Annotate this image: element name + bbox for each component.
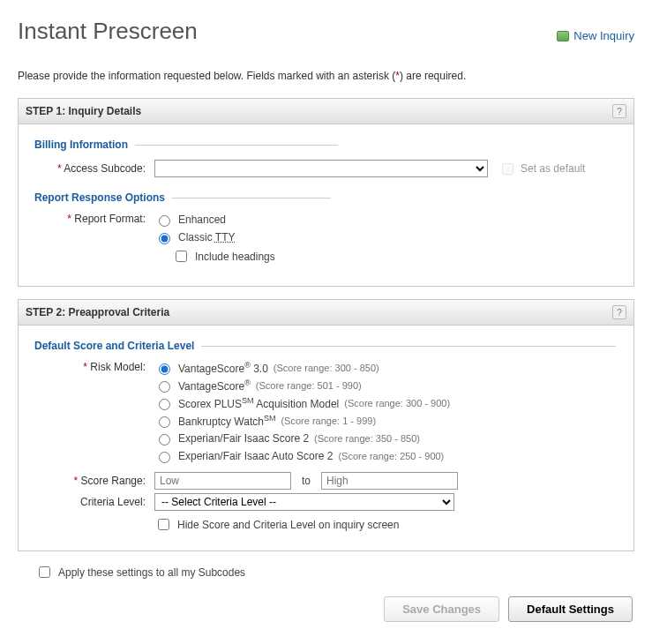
billing-legend: Billing Information (34, 139, 618, 151)
risk-model-name: VantageScore® 3.0 (178, 361, 268, 375)
risk-model-name: Experian/Fair Isaac Score 2 (178, 432, 309, 445)
risk-model-option[interactable]: VantageScore® 3.0 (Score range: 300 - 85… (154, 361, 450, 375)
default-settings-button[interactable]: Default Settings (508, 596, 633, 622)
to-label: to (302, 475, 311, 487)
new-inquiry-link[interactable]: New Inquiry (557, 29, 634, 42)
score-low-input[interactable] (154, 472, 291, 490)
classic-tty-option[interactable]: Classic TTY (154, 230, 275, 244)
step-2-header: STEP 2: Preapproval Criteria ? (19, 300, 633, 326)
report-format-label: * Report Format: (34, 213, 149, 225)
risk-model-name: VantageScore® (178, 378, 251, 393)
risk-model-option[interactable]: Experian/Fair Isaac Score 2 (Score range… (154, 431, 450, 446)
include-headings-option[interactable]: Include headings (172, 248, 275, 265)
set-default-option: Set as default (498, 161, 585, 177)
enhanced-radio[interactable] (159, 215, 170, 227)
classic-tty-radio[interactable] (159, 233, 170, 244)
step-1-panel: STEP 1: Inquiry Details ? Billing Inform… (18, 98, 634, 287)
default-score-legend: Default Score and Criteria Level (34, 340, 618, 352)
risk-model-range: (Score range: 300 - 850) (274, 363, 379, 373)
risk-model-range: (Score range: 1 - 999) (281, 416, 376, 426)
score-high-input[interactable] (321, 472, 458, 490)
step-2-panel: STEP 2: Preapproval Criteria ? Default S… (18, 299, 634, 551)
risk-model-range: (Score range: 250 - 900) (338, 451, 444, 461)
apply-all-checkbox[interactable] (39, 566, 50, 578)
help-icon[interactable]: ? (612, 305, 626, 319)
risk-model-range: (Score range: 300 - 900) (344, 398, 450, 408)
intro-text: Please provide the information requested… (18, 70, 634, 82)
access-subcode-label: * Access Subcode: (34, 162, 149, 175)
risk-model-label: * Risk Model: (34, 361, 149, 373)
risk-model-option[interactable]: Experian/Fair Isaac Auto Score 2 (Score … (154, 449, 450, 463)
help-icon[interactable]: ? (612, 104, 626, 118)
include-headings-checkbox[interactable] (176, 251, 187, 262)
new-inquiry-icon (557, 31, 569, 41)
risk-model-option[interactable]: VantageScore® (Score range: 501 - 990) (154, 378, 450, 393)
hide-score-checkbox[interactable] (158, 519, 169, 530)
risk-model-radio[interactable] (159, 434, 170, 446)
step-2-title: STEP 2: Preapproval Criteria (26, 306, 169, 318)
risk-model-radio[interactable] (159, 452, 170, 463)
score-range-label: * Score Range: (34, 475, 149, 487)
risk-model-range: (Score range: 501 - 990) (256, 380, 362, 391)
risk-model-name: Scorex PLUSSM Acquisition Model (178, 396, 339, 410)
risk-model-name: Bankruptcy WatchSM (178, 414, 275, 428)
risk-model-option[interactable]: Scorex PLUSSM Acquisition Model (Score r… (154, 396, 450, 410)
apply-all-option[interactable]: Apply these settings to all my Subcodes (35, 564, 634, 580)
access-subcode-select[interactable] (154, 160, 488, 177)
step-1-header: STEP 1: Inquiry Details ? (19, 99, 633, 124)
criteria-level-label: Criteria Level: (34, 496, 149, 508)
criteria-level-select[interactable]: -- Select Criteria Level -- (154, 493, 454, 511)
report-response-legend: Report Response Options (34, 191, 618, 204)
step-1-title: STEP 1: Inquiry Details (26, 105, 141, 117)
risk-model-radio[interactable] (159, 381, 170, 393)
page-title: Instant Prescreen (18, 18, 198, 45)
risk-model-name: Experian/Fair Isaac Auto Score 2 (178, 450, 333, 462)
save-changes-button[interactable]: Save Changes (384, 596, 499, 622)
risk-model-radio[interactable] (159, 363, 170, 375)
risk-model-range: (Score range: 350 - 850) (314, 433, 420, 444)
new-inquiry-label: New Inquiry (573, 29, 634, 42)
risk-model-radio[interactable] (159, 416, 170, 428)
enhanced-option[interactable]: Enhanced (154, 213, 275, 227)
risk-model-option[interactable]: Bankruptcy WatchSM (Score range: 1 - 999… (154, 414, 450, 428)
hide-score-option[interactable]: Hide Score and Criteria Level on inquiry… (154, 516, 618, 533)
set-default-checkbox (502, 163, 513, 175)
risk-model-radio[interactable] (159, 399, 170, 410)
